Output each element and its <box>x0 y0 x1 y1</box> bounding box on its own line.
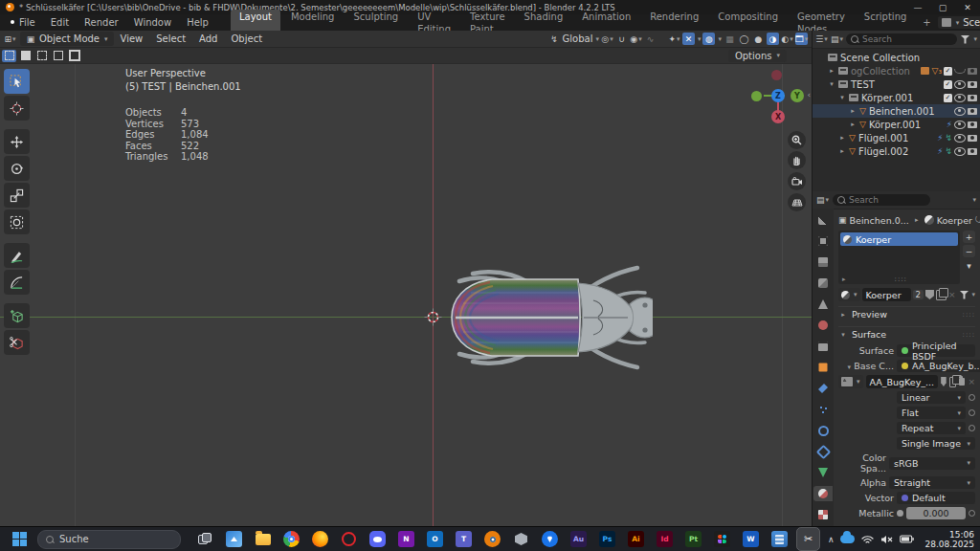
hide-eye-icon[interactable] <box>954 80 966 89</box>
shading-solid-icon[interactable]: ● <box>752 33 765 45</box>
outliner-row[interactable]: ▾TEST✓ <box>813 77 980 91</box>
taskbar-app-chrome[interactable] <box>280 528 302 550</box>
outliner-row[interactable]: ▸▽Flügel.001⚡↯ <box>813 131 980 144</box>
menu-file[interactable]: File <box>11 14 43 31</box>
hide-eye-icon[interactable] <box>954 94 966 102</box>
tab-view-layer[interactable] <box>813 276 833 291</box>
cursor-tool[interactable] <box>4 96 30 121</box>
hide-eye-icon[interactable] <box>954 107 966 116</box>
annotate-tool[interactable] <box>4 243 30 268</box>
scene-selector[interactable]: ▾ Scene ⤿ × <box>938 16 980 29</box>
outliner-search-input[interactable]: Search <box>846 33 957 45</box>
render-visibility-icon[interactable] <box>968 108 977 115</box>
fake-user-icon[interactable] <box>925 290 934 299</box>
tab-material[interactable] <box>813 486 833 501</box>
battery-icon[interactable] <box>900 535 914 543</box>
viewport-menu-select[interactable]: Select <box>149 33 192 44</box>
select-box-tool[interactable] <box>4 69 30 94</box>
tray-expand-icon[interactable]: ∧ <box>828 535 835 544</box>
select-mode-invert-icon[interactable] <box>51 50 65 62</box>
taskbar-app-viewer-3d[interactable] <box>510 528 532 550</box>
viewport-menu-object[interactable]: Object <box>224 33 269 44</box>
collection-checkbox[interactable]: ✓ <box>944 80 952 89</box>
material-name-field[interactable]: Koerper <box>862 288 911 301</box>
axis-neg-x-ball[interactable] <box>771 70 782 80</box>
select-mode-new-icon[interactable] <box>2 50 16 62</box>
outliner-row[interactable]: ▸▽Beinchen.001 <box>813 104 980 118</box>
shading-material-icon[interactable]: ◑ <box>767 33 779 45</box>
tab-collection[interactable] <box>813 339 833 354</box>
taskbar-app-calculator[interactable] <box>768 528 791 550</box>
modifier-icon[interactable]: ⚡ <box>937 134 943 143</box>
tab-particles[interactable] <box>813 402 833 417</box>
outliner-type-icon[interactable]: ☰▾ <box>815 33 828 46</box>
menu-window[interactable]: Window <box>126 14 179 31</box>
taskbar-app-maps[interactable] <box>539 528 561 550</box>
taskbar-app-opera[interactable] <box>338 528 360 550</box>
orientation-label[interactable]: Global <box>563 33 593 44</box>
outliner-row[interactable]: ▸▽Flügel.002⚡↯ <box>813 144 980 158</box>
collection-checkbox[interactable]: ✓ <box>944 67 952 76</box>
render-visibility-off-icon[interactable] <box>968 68 977 75</box>
taskbar-app-word[interactable]: W <box>740 528 762 550</box>
outliner-row[interactable]: Scene Collection <box>813 51 980 64</box>
taskbar-app-snipping-tool[interactable]: ✂ <box>797 528 819 550</box>
viewport-menu-add[interactable]: Add <box>192 33 224 44</box>
tab-render[interactable] <box>813 233 833 249</box>
falloff-curve-icon[interactable]: ∿ <box>644 33 657 45</box>
outliner-row[interactable]: ▸▽Körper.001⚡ <box>813 118 980 131</box>
add-workspace-button[interactable]: + <box>916 16 937 29</box>
shading-wireframe-icon[interactable]: ◯ <box>738 33 750 45</box>
slot-specials-icon[interactable]: ▾ <box>963 259 975 272</box>
browse-image-button[interactable]: ▾ <box>838 375 863 388</box>
add-slot-button[interactable]: + <box>963 231 975 243</box>
render-visibility-icon[interactable] <box>968 135 977 142</box>
physics-icon[interactable]: ↯ <box>945 134 952 143</box>
menu-render[interactable]: Render <box>77 14 126 31</box>
new-image-icon[interactable] <box>949 377 957 387</box>
pan-hand-icon[interactable] <box>788 151 806 169</box>
select-mode-intersect-icon[interactable] <box>67 50 81 62</box>
hide-eye-icon[interactable] <box>954 147 966 156</box>
source-select[interactable]: Single Image▾ <box>897 437 975 450</box>
extension-select[interactable]: Repeat▾ <box>897 422 966 434</box>
taskbar-app-indesign[interactable]: Id <box>654 528 676 550</box>
vector-button[interactable]: Default <box>897 492 975 504</box>
render-visibility-icon[interactable] <box>968 121 977 128</box>
camera-view-icon[interactable] <box>788 172 806 190</box>
taskbar-app-task-view[interactable] <box>194 528 216 550</box>
wifi-icon[interactable] <box>861 535 874 544</box>
users-count-badge[interactable]: 2 <box>913 290 924 299</box>
zoom-icon[interactable] <box>788 131 806 149</box>
expand-chevron[interactable]: ▸ <box>827 67 836 75</box>
tab-modifiers[interactable] <box>813 381 833 396</box>
properties-options-icon[interactable]: ▾ <box>972 196 976 204</box>
taskbar-app-painter[interactable]: Pt <box>682 528 704 550</box>
taskbar-app-file-explorer[interactable] <box>252 528 274 550</box>
extra-tool[interactable] <box>4 330 30 355</box>
breadcrumb-object[interactable]: Beinchen.0... <box>850 215 909 226</box>
shading-rendered-icon[interactable]: ◐▾ <box>781 33 793 45</box>
tab-constraints[interactable] <box>813 444 833 459</box>
render-visibility-icon[interactable] <box>968 95 977 101</box>
axis-y-ball[interactable]: Y <box>791 89 804 102</box>
color-space-select[interactable]: sRGB▾ <box>889 457 975 470</box>
maximize-button[interactable]: ▢ <box>930 0 955 14</box>
menu-edit[interactable]: Edit <box>43 14 77 31</box>
render-view-icon[interactable]: 🗔▾ <box>795 33 808 45</box>
unlink-material-icon[interactable]: × <box>948 290 956 299</box>
transform-tool[interactable] <box>4 209 30 234</box>
start-button[interactable] <box>11 531 28 547</box>
select-mode-subtract-icon[interactable] <box>34 50 49 62</box>
taskbar-app-teams[interactable]: T <box>453 528 475 550</box>
taskbar-app-blender[interactable] <box>481 528 503 550</box>
render-visibility-icon[interactable] <box>968 148 977 155</box>
expand-chevron[interactable]: ▾ <box>837 94 847 101</box>
navigation-gizmo[interactable]: Z Y X <box>737 65 812 209</box>
filter-icon[interactable] <box>960 35 969 44</box>
select-mode-extend-icon[interactable] <box>18 50 33 62</box>
sidebar-toggle-icon[interactable]: ‹ <box>807 90 811 99</box>
image-fake-user-icon[interactable] <box>941 377 947 386</box>
hide-eye-icon[interactable] <box>954 134 966 143</box>
mode-selector[interactable]: ▣ Object Mode ▾ <box>20 32 114 46</box>
